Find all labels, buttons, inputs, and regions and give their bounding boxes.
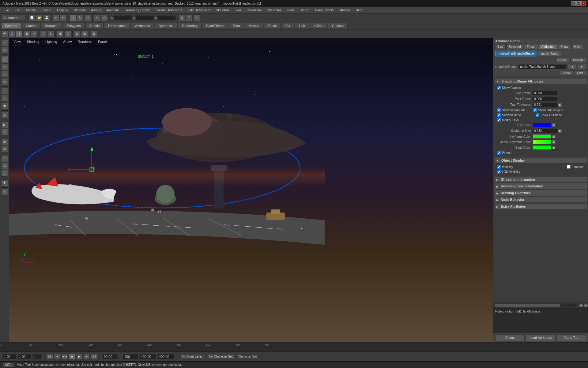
show-in-bead-checkbox[interactable] (497, 113, 501, 117)
menu-modify[interactable]: Modify (24, 8, 38, 13)
menu-geometry-cache[interactable]: Geometry Cache (122, 8, 153, 13)
sculpt-lt[interactable]: ✎ (1, 95, 8, 102)
select-button[interactable]: Select (495, 334, 525, 341)
frame-all[interactable]: ⊡ (74, 30, 81, 37)
menu-skeleton[interactable]: Skeleton (213, 8, 232, 13)
menu-muscle[interactable]: Muscle (337, 8, 352, 13)
paint-select-lt[interactable]: ⬡ (1, 47, 8, 53)
menu-animate[interactable]: Animate (104, 8, 121, 13)
tab-polygons[interactable]: Polygons (63, 23, 85, 29)
keyframe-size-input[interactable] (533, 128, 557, 133)
ae-tab-focus[interactable]: Focus (524, 44, 538, 49)
timeline-ruler[interactable]: 0 50 100 150 200 250 300 310 350 400 (0, 343, 588, 351)
maximize-button[interactable]: □ (576, 1, 581, 6)
tab-rendering[interactable]: Rendering (178, 23, 202, 29)
question-lt[interactable]: ? (1, 189, 8, 196)
ae-tab-help[interactable]: Help (571, 44, 583, 49)
trail-thickness-btn[interactable]: ◧ (558, 103, 562, 107)
ae-node-tab-shape[interactable]: motionTrail1HandleShape (495, 51, 537, 56)
z-input[interactable] (157, 15, 176, 20)
jump-to-end-button[interactable]: ►| (91, 354, 97, 360)
vp-lighting-menu[interactable]: Lighting (43, 39, 59, 44)
vp-panels-menu[interactable]: Panels (96, 39, 110, 44)
tab-toon[interactable]: Toon (229, 23, 244, 29)
select-hierarchy[interactable]: ⬡ (64, 30, 71, 37)
move-tool-lt[interactable]: ↔ (1, 56, 8, 63)
range-end-input[interactable] (123, 354, 138, 359)
texture-button[interactable]: ▦ (23, 30, 30, 37)
undo-button[interactable]: ↩ (53, 14, 59, 21)
snapshot-shape-header[interactable]: SnapshotShape Attributes (495, 79, 587, 84)
select-by-component[interactable]: ▣ (57, 30, 64, 37)
scale-tool-lt[interactable]: ⇔ (1, 71, 8, 78)
tab-fluids[interactable]: Fluids (264, 23, 281, 29)
node-behavior-collapse[interactable] (496, 198, 498, 201)
extra-attributes-header[interactable]: Extra Attributes (495, 204, 587, 209)
keyframe-size-btn[interactable]: ◧ (558, 129, 562, 133)
playback-start-input[interactable] (2, 354, 16, 359)
load-attributes-button[interactable]: Load Attributes (526, 334, 555, 341)
show-manip-lt[interactable]: ⊗ (1, 112, 8, 119)
y-input[interactable] (136, 15, 154, 20)
vp-show-menu[interactable]: Show (62, 39, 74, 44)
keyframe-color-btn[interactable]: ◧ (552, 134, 556, 139)
rotate-tool[interactable]: ↻ (77, 14, 84, 21)
extra-attributes-collapse[interactable] (496, 205, 498, 208)
menu-display[interactable]: Display (55, 8, 70, 13)
snap-together-lt[interactable]: ⊞ (1, 146, 8, 152)
no-anim-layer-label[interactable]: No Anim Layer (179, 354, 205, 359)
new-scene-button[interactable]: 📄 (28, 14, 35, 21)
lighting-button[interactable]: ☀ (31, 30, 37, 37)
render-lt[interactable]: ▶ (1, 121, 8, 128)
region-render-lt[interactable]: ▣ (1, 138, 8, 145)
paint-weights-lt[interactable]: ⬢ (1, 102, 8, 109)
menu-constrain[interactable]: Constrain (244, 8, 263, 13)
tab-deformation[interactable]: Deformation (104, 23, 130, 29)
prev-frame-button[interactable]: ◄ (54, 354, 60, 360)
snap-grid-button[interactable]: ⊞ (179, 14, 185, 21)
menu-character[interactable]: Character (264, 8, 284, 13)
drawing-overrides-collapse[interactable] (496, 191, 498, 195)
vp-view-menu[interactable]: View (12, 39, 23, 44)
ae-arrow-left[interactable]: ◄ (568, 64, 576, 69)
bounding-box-header[interactable]: Bounding Box Information (495, 183, 587, 189)
ae-tab-show[interactable]: Show (558, 44, 571, 49)
play-back-button[interactable]: ◄◄ (62, 354, 68, 360)
bounding-box-collapse[interactable] (496, 184, 498, 188)
script-type-label[interactable]: MEL (2, 362, 14, 367)
pinned-checkbox[interactable] (497, 151, 501, 155)
wireframe-button[interactable]: ⬡ (9, 30, 15, 37)
tab-dynamics[interactable]: Dynamics (155, 23, 177, 29)
active-keyframe-color-btn[interactable]: ◧ (552, 140, 556, 144)
ae-tab-selected[interactable]: Selected (506, 44, 524, 49)
rotate-tool-lt[interactable]: ↻ (1, 63, 8, 70)
ghosting-info-header[interactable]: Ghosting Information (495, 177, 587, 182)
object-display-header[interactable]: Object Display (495, 158, 587, 163)
menu-create[interactable]: Create (39, 8, 54, 13)
window-controls[interactable]: _ □ ✕ (571, 1, 586, 6)
tab-curves[interactable]: Curves (22, 23, 40, 29)
select-tool-lt[interactable]: ↖ (1, 39, 8, 46)
frame-selected[interactable]: ⊠ (81, 30, 88, 37)
menu-stereo[interactable]: Stereo (297, 8, 312, 13)
tab-subdiv[interactable]: Subdiv (85, 23, 104, 29)
show-frames-checkbox[interactable] (497, 86, 501, 90)
snap-point-button[interactable]: + (193, 14, 200, 21)
smooth-shade-button[interactable]: ● (16, 30, 23, 37)
grid-toggle[interactable]: # (40, 30, 47, 37)
ae-show-button[interactable]: Show (560, 71, 573, 76)
snapshot-input[interactable] (518, 64, 567, 69)
jump-to-start-button[interactable]: |◄ (47, 354, 53, 360)
polygon-lt[interactable]: △ (1, 170, 8, 177)
start-time-input[interactable] (139, 354, 156, 359)
playback-value-input[interactable] (102, 354, 118, 359)
tab-ncloth[interactable]: nCloth (310, 23, 327, 29)
vp-renderer-menu[interactable]: Renderer (76, 39, 94, 44)
tab-surfaces[interactable]: Surfaces (41, 23, 62, 29)
drawing-overrides-header[interactable]: Drawing Overrides (495, 190, 587, 196)
menu-file[interactable]: File (1, 8, 12, 13)
frame-input[interactable] (32, 354, 42, 359)
ae-scrollbar-thumb[interactable] (495, 304, 560, 307)
ae-scroll-left[interactable]: ◄ (579, 303, 583, 308)
viewport-3d[interactable]: View Shading Lighting Show Renderer Pane… (9, 38, 493, 342)
